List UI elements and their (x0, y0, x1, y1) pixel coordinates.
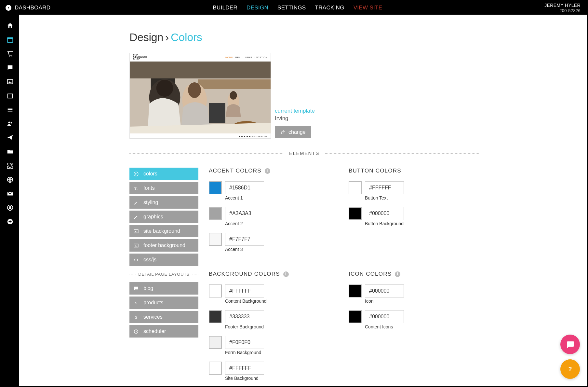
design-nav-products[interactable]: $products (129, 297, 198, 309)
change-template-button[interactable]: change (275, 126, 311, 138)
palette-icon (133, 171, 139, 177)
home-icon[interactable] (6, 22, 14, 30)
color-label: Accent 3 (225, 247, 349, 252)
icon-colors-section: ICON COLORSiIconContent Icons (349, 271, 488, 386)
top-nav: BUILDERDESIGNSETTINGSTRACKINGVIEW SITE (213, 5, 382, 11)
info-icon[interactable]: i (395, 271, 400, 277)
color-label: Footer Background (225, 324, 349, 329)
chat-icon[interactable] (6, 64, 14, 72)
plus-circle-icon[interactable] (6, 218, 14, 226)
nav-view-site[interactable]: VIEW SITE (354, 5, 382, 11)
hex-input[interactable] (225, 310, 264, 323)
help-button[interactable]: ? (560, 359, 580, 379)
pencil-icon (133, 214, 139, 220)
color-swatch[interactable] (349, 207, 362, 220)
background-color-item: Content Background (209, 284, 349, 304)
info-icon[interactable]: i (283, 271, 289, 277)
svg-point-25 (134, 172, 138, 176)
globe-icon[interactable] (6, 176, 14, 184)
background-colors-title: BACKGROUND COLORSi (209, 271, 349, 277)
color-label: Button Background (365, 221, 488, 226)
user-circle-icon[interactable] (6, 204, 14, 212)
design-nav-fonts[interactable]: TTfonts (129, 182, 198, 194)
design-nav-scheduler[interactable]: scheduler (129, 325, 198, 338)
nav-builder[interactable]: BUILDER (213, 5, 237, 11)
intercom-chat-button[interactable] (560, 335, 580, 354)
back-icon[interactable] (6, 5, 11, 11)
send-icon[interactable] (6, 134, 14, 142)
color-label: Button Text (365, 195, 488, 200)
preview-footer-icons: 915.123.4567.890 (130, 133, 271, 139)
breadcrumb-current: Colors (171, 31, 202, 43)
svg-point-18 (156, 80, 173, 97)
svg-rect-21 (209, 103, 225, 123)
design-nav-services[interactable]: $services (129, 311, 198, 323)
account-id: 200-52826 (544, 8, 581, 13)
hex-input[interactable] (225, 362, 264, 375)
breadcrumb-root[interactable]: Design (129, 31, 163, 43)
hex-input[interactable] (365, 310, 404, 323)
color-swatch[interactable] (209, 362, 222, 375)
color-swatch[interactable] (209, 207, 222, 220)
hex-input[interactable] (225, 181, 264, 194)
svg-point-27 (137, 173, 137, 173)
hex-input[interactable] (365, 284, 404, 297)
color-swatch[interactable] (209, 181, 222, 194)
color-swatch[interactable] (209, 284, 222, 297)
elements-divider: ELEMENTS (129, 150, 479, 156)
design-nav-site-background[interactable]: site background (129, 225, 198, 237)
design-nav: colorsTTfontsstylinggraphicssite backgro… (129, 168, 198, 386)
user-block[interactable]: JEREMY HYLER 200-52826 (544, 3, 581, 13)
swap-icon (280, 130, 285, 135)
color-swatch[interactable] (209, 336, 222, 349)
svg-text:T: T (136, 187, 138, 190)
accent-color-item: Accent 1 (209, 181, 349, 200)
list-icon[interactable] (6, 106, 14, 114)
svg-rect-14 (130, 62, 271, 78)
folder-icon[interactable] (6, 148, 14, 156)
hex-input[interactable] (365, 181, 404, 194)
svg-text:?: ? (568, 366, 572, 372)
svg-point-3 (11, 56, 12, 57)
nav-settings[interactable]: SETTINGS (277, 5, 306, 11)
background-color-item: Form Background (209, 336, 349, 355)
color-swatch[interactable] (349, 284, 362, 297)
color-swatch[interactable] (209, 310, 222, 323)
design-nav-footer-background[interactable]: footer background (129, 239, 198, 252)
design-nav-graphics[interactable]: graphics (129, 211, 198, 223)
hex-input[interactable] (225, 233, 264, 246)
hex-input[interactable] (225, 336, 264, 349)
current-template-link[interactable]: current template (275, 108, 315, 114)
chat-icon (133, 286, 139, 291)
cart-icon[interactable] (6, 50, 14, 58)
svg-point-6 (8, 122, 10, 124)
users-icon[interactable] (6, 120, 14, 128)
color-swatch[interactable] (209, 233, 222, 246)
svg-rect-5 (7, 94, 12, 98)
design-nav-colors[interactable]: colors (129, 168, 198, 180)
mail-icon[interactable] (6, 190, 14, 198)
left-rail (1, 15, 19, 386)
type-icon: TT (133, 186, 139, 191)
hex-input[interactable] (365, 207, 404, 220)
design-nav-styling[interactable]: styling (129, 196, 198, 209)
svg-rect-4 (7, 80, 13, 84)
nav-design[interactable]: DESIGN (247, 5, 268, 11)
svg-point-28 (135, 174, 136, 174)
booking-icon[interactable] (6, 92, 14, 100)
color-swatch[interactable] (349, 310, 362, 323)
dollar-icon: $ (133, 314, 139, 320)
color-swatch[interactable] (349, 181, 362, 194)
design-nav-blog[interactable]: blog (129, 282, 198, 295)
hex-input[interactable] (225, 284, 264, 297)
nav-tracking[interactable]: TRACKING (315, 5, 344, 11)
svg-text:$: $ (135, 301, 137, 305)
info-icon[interactable]: i (265, 168, 270, 174)
design-nav-css-js[interactable]: css/js (129, 254, 198, 266)
puzzle-icon[interactable] (6, 162, 14, 170)
hex-input[interactable] (225, 207, 264, 220)
image-icon[interactable] (6, 78, 14, 86)
dashboard-link[interactable]: DASHBOARD (15, 5, 50, 11)
color-sections: ACCENT COLORSiAccent 1Accent 2Accent 3BU… (209, 168, 488, 386)
calendar-icon[interactable] (6, 36, 14, 44)
